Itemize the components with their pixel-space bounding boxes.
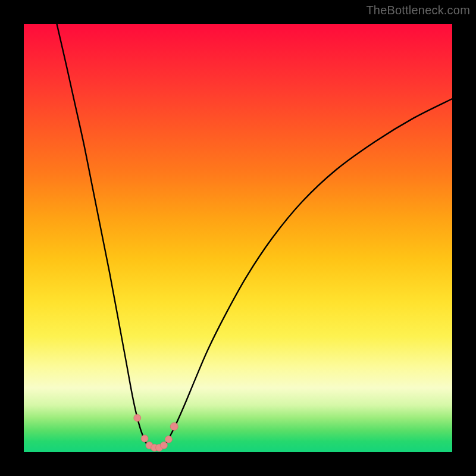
plot-area	[24, 24, 452, 452]
watermark-text: TheBottleneck.com	[366, 4, 470, 17]
valley-marker	[141, 435, 148, 442]
curve-layer	[24, 24, 452, 452]
valley-marker	[161, 442, 168, 449]
bottleneck-curve	[57, 24, 452, 448]
valley-marker	[170, 422, 178, 430]
chart-frame: TheBottleneck.com	[0, 0, 476, 476]
valley-marker	[165, 436, 172, 443]
valley-marker	[134, 414, 141, 421]
